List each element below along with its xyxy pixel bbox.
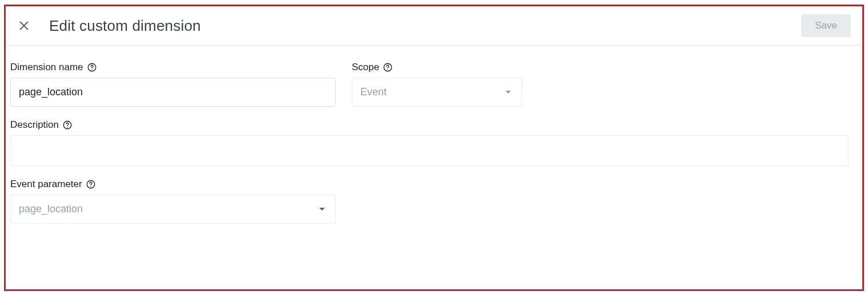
dimension-name-label-text: Dimension name — [10, 62, 83, 73]
description-group: Description — [10, 119, 849, 166]
event-parameter-select[interactable]: page_location — [10, 195, 336, 224]
scope-label-text: Scope — [352, 62, 379, 73]
svg-point-3 — [91, 69, 92, 70]
close-icon[interactable] — [17, 19, 31, 33]
event-parameter-label-text: Event parameter — [10, 179, 82, 190]
scope-label: Scope — [352, 62, 522, 73]
row-name-scope: Dimension name Scope — [6, 62, 862, 119]
header-left: Edit custom dimension — [17, 17, 201, 35]
dimension-name-label: Dimension name — [10, 62, 336, 73]
event-parameter-selected-value: page_location — [19, 203, 83, 215]
dialog-header: Edit custom dimension Save — [6, 6, 862, 46]
save-button[interactable]: Save — [801, 14, 851, 37]
svg-point-7 — [67, 127, 67, 127]
description-label-text: Description — [10, 119, 59, 131]
event-parameter-group: Event parameter page_location — [10, 179, 336, 224]
help-icon[interactable] — [87, 62, 97, 72]
form-body: Dimension name Scope — [6, 46, 862, 236]
description-input[interactable] — [10, 135, 849, 166]
chevron-down-icon — [503, 87, 513, 98]
chevron-down-icon — [317, 204, 327, 215]
svg-point-5 — [388, 69, 388, 70]
help-icon[interactable] — [86, 179, 96, 189]
dimension-name-group: Dimension name — [10, 62, 336, 107]
row-event-parameter: Event parameter page_location — [6, 179, 862, 236]
scope-group: Scope Event — [352, 62, 522, 107]
help-icon[interactable] — [383, 62, 393, 72]
description-label: Description — [10, 119, 849, 131]
scope-selected-value: Event — [360, 86, 387, 98]
event-parameter-label: Event parameter — [10, 179, 336, 190]
row-description: Description — [6, 119, 862, 179]
help-icon[interactable] — [62, 120, 73, 130]
svg-point-9 — [90, 186, 91, 187]
edit-dimension-dialog: Edit custom dimension Save Dimension nam… — [4, 5, 864, 291]
dialog-title: Edit custom dimension — [49, 17, 201, 35]
scope-select[interactable]: Event — [352, 78, 522, 107]
dimension-name-input[interactable] — [10, 78, 336, 107]
